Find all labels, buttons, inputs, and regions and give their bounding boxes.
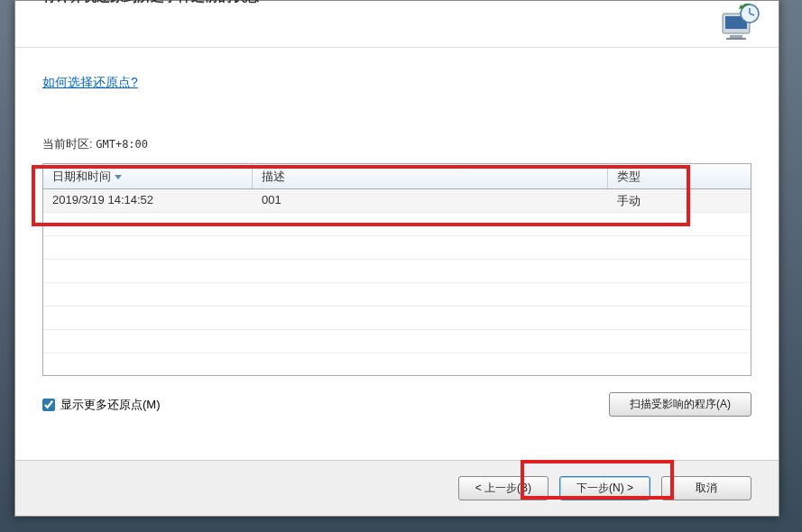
cell-date: 2019/3/19 14:14:52 bbox=[43, 189, 253, 212]
table-header: 日期和时间 描述 类型 bbox=[43, 164, 751, 189]
column-header-type[interactable]: 类型 bbox=[608, 164, 751, 188]
timezone-label-text: 当前时区: bbox=[42, 137, 96, 151]
scan-affected-button[interactable]: 扫描受影响的程序(A) bbox=[609, 392, 751, 417]
column-header-date[interactable]: 日期和时间 bbox=[43, 164, 253, 188]
timezone-value: GMT+8:00 bbox=[96, 138, 148, 151]
sort-indicator-icon bbox=[115, 175, 122, 179]
svg-rect-2 bbox=[730, 35, 742, 38]
column-header-desc[interactable]: 描述 bbox=[253, 164, 608, 188]
table-empty-row bbox=[43, 260, 751, 283]
dialog-content: 如何选择还原点? 当前时区: GMT+8:00 日期和时间 描述 类型 2019… bbox=[15, 48, 779, 460]
timezone-label: 当前时区: GMT+8:00 bbox=[42, 136, 751, 152]
back-button[interactable]: < 上一步(B) bbox=[458, 476, 548, 500]
table-row[interactable]: 2019/3/19 14:14:52 001 手动 bbox=[43, 189, 751, 213]
cell-type: 手动 bbox=[608, 189, 751, 212]
dialog-footer: < 上一步(B) 下一步(N) > 取消 bbox=[15, 460, 779, 516]
table-empty-row bbox=[43, 283, 751, 307]
show-more-checkbox-wrap[interactable]: 显示更多还原点(M) bbox=[42, 397, 161, 413]
svg-rect-3 bbox=[726, 38, 746, 40]
table-empty-row bbox=[43, 213, 751, 236]
show-more-label: 显示更多还原点(M) bbox=[60, 397, 161, 413]
table-empty-row bbox=[43, 307, 751, 330]
dialog-title: 将计算机还原到所选事件之前的状态 bbox=[42, 0, 259, 5]
next-button[interactable]: 下一步(N) > bbox=[559, 476, 650, 500]
table-controls: 显示更多还原点(M) 扫描受影响的程序(A) bbox=[42, 392, 751, 417]
show-more-checkbox[interactable] bbox=[42, 399, 55, 411]
system-restore-dialog: 将计算机还原到所选事件之前的状态 如何选择还原点? 当前时区: GMT+8:00 bbox=[14, 0, 779, 517]
cell-desc: 001 bbox=[253, 189, 608, 212]
restore-points-table: 日期和时间 描述 类型 2019/3/19 14:14:52 001 手动 bbox=[42, 163, 751, 376]
table-empty-row bbox=[43, 330, 751, 353]
cancel-button[interactable]: 取消 bbox=[661, 476, 751, 500]
table-empty-row bbox=[43, 236, 751, 260]
system-restore-icon bbox=[717, 1, 761, 44]
dialog-header: 将计算机还原到所选事件之前的状态 bbox=[15, 1, 779, 48]
help-link[interactable]: 如何选择还原点? bbox=[42, 75, 751, 91]
